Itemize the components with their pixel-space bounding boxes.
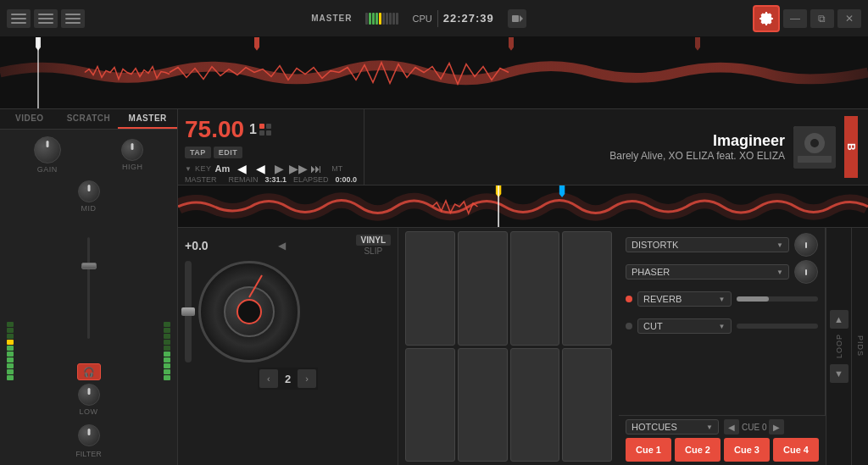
fx-chevron: ▼ — [719, 323, 726, 330]
fx-slider-fill — [737, 296, 770, 302]
minimize-button[interactable]: — — [783, 9, 807, 28]
vu-seg — [7, 352, 14, 357]
waveform-overview[interactable] — [0, 37, 868, 109]
settings-button[interactable] — [753, 5, 780, 32]
mid-knob-container: MID — [78, 180, 100, 213]
pad-1[interactable] — [405, 231, 455, 346]
hamburger-line — [65, 14, 81, 15]
fx-led-cut[interactable] — [626, 323, 632, 329]
pad-8[interactable] — [562, 348, 612, 462]
svg-marker-1 — [520, 15, 523, 22]
hamburger-line — [65, 18, 81, 19]
vu-seg — [164, 328, 170, 333]
edit-button[interactable]: EDIT — [214, 147, 243, 158]
vu-meter-right — [164, 180, 170, 380]
loop-up-button[interactable]: ▲ — [830, 310, 849, 329]
vu-seg — [164, 352, 170, 357]
filter-knob[interactable] — [78, 424, 100, 446]
pad-5[interactable] — [405, 348, 455, 462]
pad-4[interactable] — [562, 231, 612, 346]
beat-dot-active — [259, 124, 264, 129]
trans-prev[interactable]: ◀ — [233, 162, 250, 175]
pad-6[interactable] — [458, 348, 508, 462]
mid-knob[interactable] — [78, 180, 100, 202]
fx-chevron: ▼ — [719, 296, 726, 303]
gain-knob-container: GAIN — [34, 136, 61, 174]
hotcues-nav: ◀ CUE 0 ▶ — [724, 419, 784, 435]
vu-seg — [7, 369, 14, 374]
fx-knob-distort[interactable] — [794, 233, 818, 257]
cue-button-3[interactable]: Cue 3 — [724, 438, 770, 462]
fx-select-reverb[interactable]: REVERB ▼ — [637, 291, 732, 307]
fx-chevron: ▼ — [776, 241, 783, 249]
vu-seg — [164, 357, 170, 363]
cpu-label: CPU — [412, 14, 431, 24]
pad-3[interactable] — [510, 231, 560, 346]
fx-select-cut[interactable]: CUT ▼ — [637, 318, 732, 334]
fx-knob-phaser[interactable] — [794, 260, 818, 284]
tab-video[interactable]: VIDEO — [0, 109, 59, 129]
low-knob[interactable] — [78, 384, 100, 406]
menu-button-2[interactable] — [34, 9, 58, 28]
high-knob[interactable] — [121, 139, 143, 161]
trans-skip[interactable]: ⏭ — [308, 162, 325, 175]
platter[interactable] — [198, 261, 300, 363]
hotcues-select[interactable]: HOTCUES ▼ — [626, 419, 719, 435]
fx-chevron: ▼ — [776, 268, 783, 276]
pad-2[interactable] — [458, 231, 508, 346]
loop-label: LOOP — [835, 334, 843, 358]
fx-select-phaser[interactable]: PHASER ▼ — [626, 264, 789, 280]
vinyl-button[interactable]: VINYL — [356, 235, 391, 246]
gain-knob[interactable] — [34, 136, 61, 163]
cue-button-4[interactable]: Cue 4 — [773, 438, 819, 462]
page-prev-button[interactable]: ‹ — [259, 369, 278, 388]
vu-seg — [164, 322, 170, 327]
fader-thumb[interactable] — [81, 263, 97, 269]
trans-play[interactable]: ▶ — [270, 162, 287, 175]
titlebar-left — [7, 9, 85, 28]
meter-bar — [369, 13, 371, 25]
loop-down-button[interactable]: ▼ — [830, 364, 849, 383]
beat-number: 1 — [249, 122, 257, 137]
pad-7[interactable] — [510, 348, 560, 462]
close-button[interactable]: ✕ — [837, 9, 861, 28]
trans-prev2[interactable]: ◀ — [252, 162, 269, 175]
cue-buttons: Cue 1 Cue 2 Cue 3 Cue 4 — [626, 438, 819, 462]
headphone-button[interactable]: 🎧 — [77, 363, 101, 380]
pitch-arrow-left[interactable]: ◀ — [278, 240, 286, 252]
slip-button[interactable]: SLIP — [364, 246, 382, 256]
fx-slider-cut[interactable] — [737, 324, 819, 329]
vu-seg — [164, 375, 170, 380]
player-waveform[interactable] — [178, 185, 868, 228]
master-meter — [365, 13, 398, 25]
meter-bar — [372, 13, 375, 25]
fx-led-reverb[interactable] — [626, 296, 632, 302]
record-icon[interactable] — [508, 9, 526, 28]
meter-bar — [386, 13, 388, 25]
channel-fader[interactable] — [87, 218, 90, 358]
fx-select-distort[interactable]: DISTORTK ▼ — [626, 237, 789, 252]
hotcues-prev[interactable]: ◀ — [724, 419, 739, 435]
hamburger-line — [11, 22, 26, 24]
maximize-button[interactable]: ⧉ — [810, 9, 834, 28]
hotcues-section: HOTCUES ▼ ◀ CUE 0 ▶ Cue 1 Cue 2 Cue 3 — [619, 415, 826, 465]
menu-button-3[interactable] — [61, 9, 85, 28]
menu-buttons — [7, 9, 85, 28]
tab-master[interactable]: MASTER — [118, 109, 177, 129]
knob-dot — [46, 141, 48, 147]
cue-button-1[interactable]: Cue 1 — [626, 438, 671, 462]
trans-next[interactable]: ▶▶ — [289, 162, 306, 175]
hamburger-line — [65, 22, 81, 24]
pitch-fader[interactable] — [185, 261, 192, 363]
hotcues-next[interactable]: ▶ — [769, 419, 784, 435]
gain-label: GAIN — [37, 165, 58, 174]
fx-slider-reverb[interactable] — [737, 296, 819, 302]
pitch-fader-thumb[interactable] — [181, 307, 195, 316]
cue-button-2[interactable]: Cue 2 — [675, 438, 721, 462]
tap-button[interactable]: TAP — [185, 147, 211, 158]
b-indicator: B — [844, 116, 858, 178]
menu-button-1[interactable] — [7, 9, 31, 28]
deck-area: +0.0 ◀ VINYL SLIP — [178, 228, 398, 465]
tab-scratch[interactable]: SCRATCH — [59, 109, 119, 129]
page-next-button[interactable]: › — [298, 369, 316, 388]
